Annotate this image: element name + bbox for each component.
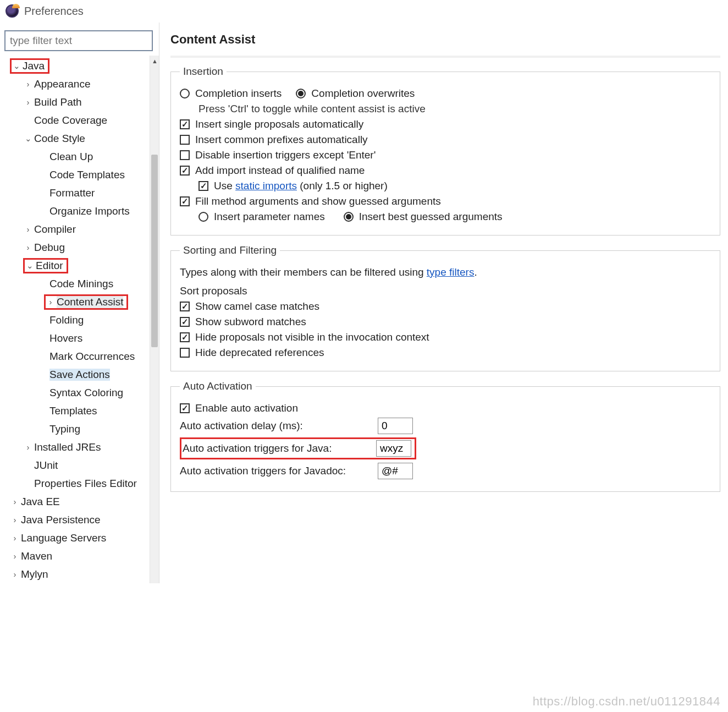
javadoc-triggers-input[interactable]	[378, 463, 413, 479]
tree-item-hovers[interactable]: Hovers	[0, 329, 159, 347]
tree-item-formatter[interactable]: Formatter	[0, 184, 159, 202]
chevron-down-icon[interactable]: ⌄	[12, 61, 21, 71]
tree-item-code-templates[interactable]: Code Templates	[0, 166, 159, 184]
cb-add-import-label: Add import instead of qualified name	[195, 165, 365, 177]
chevron-right-icon[interactable]: ›	[23, 79, 33, 89]
tree-item-organize-imports[interactable]: Organize Imports	[0, 202, 159, 220]
chevron-right-icon[interactable]: ›	[23, 97, 33, 107]
tree-item-code-style[interactable]: ⌄Code Style	[0, 129, 159, 147]
tree-item-label: Typing	[49, 423, 80, 435]
tree-item-label: Formatter	[49, 187, 95, 199]
tree-item-junit[interactable]: JUnit	[0, 456, 159, 474]
radio-best-guessed[interactable]	[344, 212, 354, 222]
tree-item-compiler[interactable]: ›Compiler	[0, 220, 159, 238]
tree-item-templates[interactable]: Templates	[0, 402, 159, 420]
tree-item-mark-occurrences[interactable]: Mark Occurrences	[0, 347, 159, 365]
scrollbar[interactable]: ▲	[150, 56, 159, 583]
chevron-right-icon[interactable]: ›	[10, 569, 20, 579]
tree-item-label: Clean Up	[49, 151, 93, 163]
tree-item-properties-files-editor[interactable]: Properties Files Editor	[0, 474, 159, 492]
cb-hide-deprecated[interactable]	[180, 348, 190, 358]
cb-insert-single[interactable]	[180, 119, 190, 129]
cb-hide-proposals[interactable]	[180, 332, 190, 342]
tree-item-language-servers[interactable]: ›Language Servers	[0, 529, 159, 547]
cb-camel-case-label: Show camel case matches	[195, 300, 319, 313]
tree-item-save-actions[interactable]: Save Actions	[0, 365, 159, 384]
tree-item-clean-up[interactable]: Clean Up	[0, 147, 159, 166]
tree-item-code-coverage[interactable]: Code Coverage	[0, 111, 159, 129]
cb-insert-single-label: Insert single proposals automatically	[195, 118, 363, 130]
tree-item-java[interactable]: ⌄Java	[0, 57, 159, 75]
chevron-down-icon[interactable]: ⌄	[23, 134, 33, 144]
toggle-hint: Press 'Ctrl' to toggle while content ass…	[198, 103, 426, 115]
tree-item-editor[interactable]: ⌄Editor	[0, 256, 159, 275]
sidebar: ⌄Java›Appearance›Build PathCode Coverage…	[0, 23, 159, 583]
tree-item-label: Code Coverage	[34, 114, 107, 127]
link-type-filters[interactable]: type filters	[427, 266, 475, 278]
cb-enable-auto[interactable]	[180, 403, 190, 413]
cb-add-import[interactable]	[180, 166, 190, 176]
cb-disable-triggers[interactable]	[180, 150, 190, 160]
tree-item-label: Save Actions	[49, 369, 110, 381]
chevron-right-icon[interactable]: ›	[10, 515, 20, 524]
chevron-right-icon[interactable]: ›	[23, 224, 33, 234]
tree-item-label: Mark Occurrences	[49, 350, 135, 363]
filter-input[interactable]	[4, 30, 153, 51]
tree-item-java-persistence[interactable]: ›Java Persistence	[0, 511, 159, 529]
sort-proposals-header: Sort proposals	[180, 285, 247, 297]
javadoc-triggers-label: Auto activation triggers for Javadoc:	[180, 465, 378, 477]
cb-hide-proposals-label: Hide proposals not visible in the invoca…	[195, 331, 429, 343]
tree-item-typing[interactable]: Typing	[0, 420, 159, 438]
radio-completion-inserts[interactable]	[180, 89, 190, 98]
chevron-right-icon[interactable]: ›	[10, 497, 20, 506]
cb-static-imports-label: Use static imports (only 1.5 or higher)	[214, 180, 388, 192]
tree-item-java-ee[interactable]: ›Java EE	[0, 492, 159, 511]
cb-insert-common[interactable]	[180, 135, 190, 145]
tree-item-label: Code Minings	[49, 278, 113, 290]
java-triggers-input[interactable]	[376, 440, 411, 457]
auto-activation-group: Auto Activation Enable auto activation A…	[170, 380, 720, 492]
tree-item-debug[interactable]: ›Debug	[0, 238, 159, 256]
cb-fill-arguments[interactable]	[180, 196, 190, 206]
chevron-right-icon[interactable]: ›	[23, 442, 33, 452]
link-static-imports[interactable]: static imports	[235, 180, 297, 191]
radio-completion-overwrites-label: Completion overwrites	[311, 87, 415, 100]
cb-subword[interactable]	[180, 317, 190, 327]
cb-disable-triggers-label: Disable insertion triggers except 'Enter…	[195, 149, 376, 161]
chevron-down-icon[interactable]: ⌄	[25, 261, 35, 271]
chevron-right-icon[interactable]: ›	[23, 243, 33, 252]
cb-enable-auto-label: Enable auto activation	[195, 402, 298, 414]
page-title: Content Assist	[170, 32, 720, 58]
tree-item-build-path[interactable]: ›Build Path	[0, 93, 159, 111]
tree-item-label: Content Assist	[57, 296, 123, 308]
tree-item-folding[interactable]: Folding	[0, 311, 159, 329]
tree-item-label: Organize Imports	[49, 205, 130, 217]
radio-param-names[interactable]	[198, 212, 208, 222]
tree-item-code-minings[interactable]: Code Minings	[0, 275, 159, 293]
scrollbar-thumb[interactable]	[151, 155, 158, 347]
tree-item-appearance[interactable]: ›Appearance	[0, 75, 159, 93]
radio-best-guessed-label: Insert best guessed arguments	[359, 211, 503, 223]
insertion-group: Insertion Completion inserts Completion …	[170, 65, 720, 235]
tree-item-label: JUnit	[34, 459, 58, 472]
tree-item-syntax-coloring[interactable]: Syntax Coloring	[0, 384, 159, 402]
tree-item-label: Maven	[21, 550, 52, 562]
tree-item-label: Editor	[36, 260, 63, 272]
tree-item-installed-jres[interactable]: ›Installed JREs	[0, 438, 159, 456]
tree-item-label: Installed JREs	[34, 441, 101, 453]
radio-completion-overwrites[interactable]	[296, 89, 306, 98]
cb-static-imports[interactable]	[198, 181, 208, 191]
tree-item-content-assist[interactable]: ›Content Assist	[0, 293, 159, 311]
sorting-legend: Sorting and Filtering	[180, 244, 280, 256]
tree-item-label: Properties Files Editor	[34, 478, 137, 490]
cb-camel-case[interactable]	[180, 302, 190, 311]
tree-item-maven[interactable]: ›Maven	[0, 547, 159, 565]
delay-input[interactable]	[378, 418, 413, 434]
window-header: Preferences	[0, 0, 728, 22]
scroll-up-icon[interactable]: ▲	[152, 58, 158, 64]
chevron-right-icon[interactable]: ›	[10, 551, 20, 561]
chevron-right-icon[interactable]: ›	[10, 533, 20, 543]
java-triggers-label: Auto activation triggers for Java:	[183, 442, 376, 454]
chevron-right-icon[interactable]: ›	[46, 297, 56, 306]
tree-item-mylyn[interactable]: ›Mylyn	[0, 565, 159, 583]
